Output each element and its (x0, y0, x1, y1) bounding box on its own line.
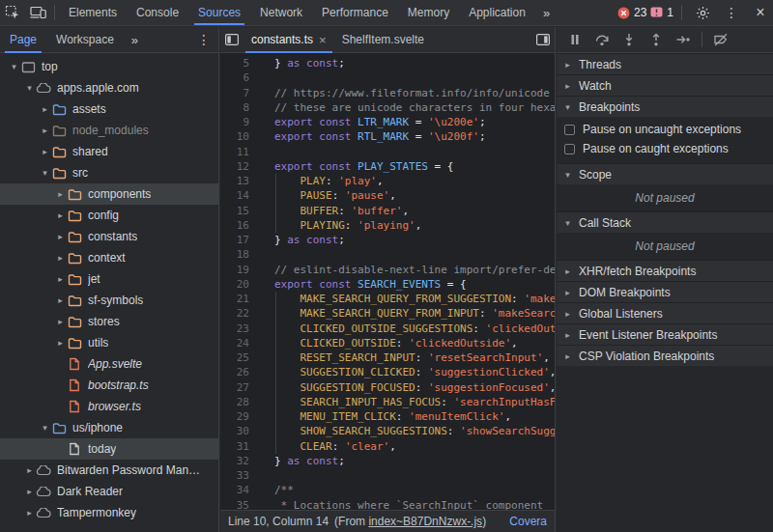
line-number[interactable]: 9 (220, 115, 249, 129)
navigator-kebab-icon[interactable]: ⋮ (189, 32, 218, 47)
expander-collapsed-icon[interactable]: ▸ (39, 104, 51, 114)
panel-tab-network[interactable]: Network (250, 0, 312, 25)
line-number[interactable]: 20 (220, 277, 249, 292)
expander-collapsed-icon[interactable]: ▸ (54, 210, 67, 220)
line-number[interactable]: 11 (220, 145, 249, 159)
expander-expanded-icon[interactable]: ▾ (39, 423, 51, 433)
expander-collapsed-icon[interactable]: ▸ (23, 487, 36, 496)
tree-item-config[interactable]: ▸config (0, 205, 218, 226)
file-tab-constants-ts[interactable]: constants.ts× (243, 27, 334, 53)
more-kebab-icon[interactable]: ⋮ (719, 0, 744, 25)
inspect-icon[interactable] (0, 0, 25, 25)
line-number[interactable]: 17 (220, 233, 249, 247)
line-number[interactable]: 29 (220, 409, 249, 424)
line-number[interactable]: 12 (220, 159, 249, 174)
close-devtools-icon[interactable]: × (748, 0, 773, 25)
section-header-xhr-fetch-breakpoints[interactable]: ▸XHR/fetch Breakpoints (557, 260, 773, 281)
panel-tab-console[interactable]: Console (127, 0, 188, 25)
issues-badge[interactable]: 1 (650, 6, 673, 19)
section-header-event-listener-breakpoints[interactable]: ▸Event Listener Breakpoints (557, 323, 773, 345)
section-header-dom-breakpoints[interactable]: ▸DOM Breakpoints (557, 281, 773, 302)
tree-item-top[interactable]: ▾top (0, 56, 218, 77)
tree-item-context[interactable]: ▸context (0, 247, 218, 268)
expander-collapsed-icon[interactable]: ▸ (54, 295, 67, 305)
step-out-icon[interactable] (644, 27, 669, 52)
tree-item-dark-reader[interactable]: ▸Dark Reader (0, 481, 218, 502)
tree-item-components[interactable]: ▸components (0, 183, 218, 205)
expander-collapsed-icon[interactable]: ▸ (54, 232, 67, 241)
expander-expanded-icon[interactable]: ▾ (8, 62, 20, 71)
section-header-global-listeners[interactable]: ▸Global Listeners (557, 302, 773, 323)
panel-tab-elements[interactable]: Elements (59, 0, 127, 25)
tree-item-tampermonkey[interactable]: ▸Tampermonkey (0, 502, 218, 523)
line-number[interactable]: 28 (220, 395, 249, 409)
section-header-breakpoints[interactable]: ▾Breakpoints (557, 96, 773, 117)
panel-tab-sources[interactable]: Sources (188, 0, 250, 25)
tree-item-constants[interactable]: ▸constants (0, 226, 218, 247)
line-number[interactable]: 19 (220, 263, 249, 277)
tree-item-bootstrap-ts[interactable]: bootstrap.ts (0, 375, 218, 396)
panel-tab-memory[interactable]: Memory (398, 0, 459, 25)
line-number[interactable]: 25 (220, 350, 249, 365)
coverage-button[interactable]: Covera (498, 515, 547, 528)
step-icon[interactable] (671, 27, 696, 52)
device-toolbar-icon[interactable] (25, 0, 50, 25)
source-code-viewer[interactable]: 5} as const;67// https://www.fileformat.… (220, 54, 555, 510)
line-number[interactable]: 18 (220, 247, 249, 262)
tree-item-us-iphone[interactable]: ▾us/iphone (0, 417, 218, 438)
line-number[interactable]: 7 (220, 86, 249, 100)
step-over-icon[interactable] (589, 27, 615, 52)
expander-collapsed-icon[interactable]: ▸ (54, 338, 67, 348)
tree-item-src[interactable]: ▾src (0, 162, 218, 183)
line-number[interactable]: 35 (220, 498, 249, 511)
expander-collapsed-icon[interactable]: ▸ (54, 189, 67, 199)
line-number[interactable]: 10 (220, 129, 249, 144)
close-tab-icon[interactable]: × (319, 33, 327, 47)
line-number[interactable]: 22 (220, 306, 249, 321)
line-number[interactable]: 31 (220, 439, 249, 454)
expander-collapsed-icon[interactable]: ▸ (39, 147, 51, 156)
tree-item-stores[interactable]: ▸stores (0, 311, 218, 332)
checkbox-icon[interactable] (564, 144, 575, 154)
section-header-scope[interactable]: ▾Scope (557, 163, 773, 184)
checkbox-icon[interactable] (564, 125, 575, 135)
expander-expanded-icon[interactable]: ▾ (23, 83, 36, 93)
toggle-debugger-icon[interactable] (531, 27, 555, 52)
file-tab-shelfitem-svelte[interactable]: ShelfItem.svelte (334, 27, 432, 53)
expander-collapsed-icon[interactable]: ▸ (54, 274, 67, 284)
line-number[interactable]: 32 (220, 454, 249, 468)
line-number[interactable]: 27 (220, 380, 249, 395)
section-header-csp-violation-breakpoints[interactable]: ▸CSP Violation Breakpoints (557, 345, 773, 366)
expander-expanded-icon[interactable]: ▾ (39, 168, 51, 178)
more-panels-button[interactable]: » (535, 6, 558, 20)
line-number[interactable]: 13 (220, 174, 249, 188)
line-number[interactable]: 16 (220, 218, 249, 233)
tree-item-app-svelte[interactable]: App.svelte (0, 353, 218, 375)
settings-gear-icon[interactable] (690, 0, 715, 25)
line-number[interactable]: 5 (220, 56, 249, 70)
line-number[interactable]: 21 (220, 292, 249, 306)
line-number[interactable]: 6 (220, 70, 249, 85)
tree-item-node-modules[interactable]: ▸node_modules (0, 120, 218, 141)
step-into-icon[interactable] (616, 27, 642, 52)
line-number[interactable]: 14 (220, 188, 249, 203)
tree-item-browser-ts[interactable]: browser.ts (0, 396, 218, 417)
line-number[interactable]: 8 (220, 100, 249, 115)
tree-item-apps-apple-com[interactable]: ▾apps.apple.com (0, 77, 218, 98)
section-header-threads[interactable]: ▸Threads (557, 53, 773, 74)
panel-tab-application[interactable]: Application (459, 0, 535, 25)
line-number[interactable]: 30 (220, 424, 249, 438)
line-number[interactable]: 23 (220, 322, 249, 336)
toggle-navigator-icon[interactable] (220, 27, 243, 52)
source-map-link[interactable]: index~B87DnNzwx-.js (368, 515, 482, 528)
tree-item-jet[interactable]: ▸jet (0, 268, 218, 290)
tree-item-sf-symbols[interactable]: ▸sf-symbols (0, 290, 218, 311)
line-number[interactable]: 15 (220, 204, 249, 218)
checkbox-row-pause-on-caught-exceptions[interactable]: Pause on caught exceptions (557, 139, 773, 158)
panel-tab-performance[interactable]: Performance (312, 0, 398, 25)
line-number[interactable]: 34 (220, 483, 249, 497)
navigator-tab-workspace[interactable]: Workspace (46, 27, 124, 53)
section-header-watch[interactable]: ▸Watch (557, 74, 773, 96)
deactivate-breakpoints-icon[interactable] (708, 27, 733, 52)
tree-item-assets[interactable]: ▸assets (0, 98, 218, 120)
